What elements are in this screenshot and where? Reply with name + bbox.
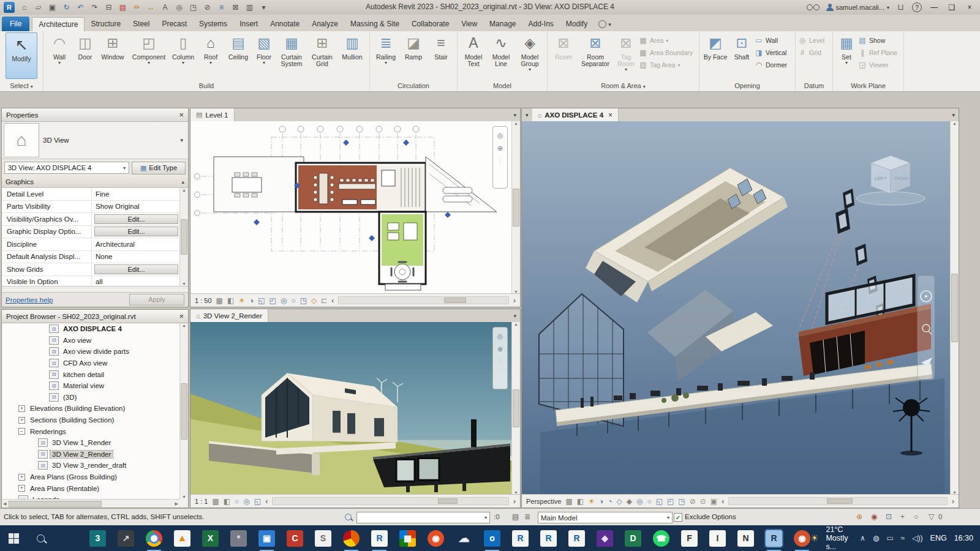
detail-level-icon[interactable]: ▩ xyxy=(565,498,572,505)
tab-analyze[interactable]: Analyze xyxy=(306,17,344,31)
microphone-icon[interactable]: ◍ xyxy=(873,534,879,542)
temporary-view-properties-icon[interactable]: ◳ xyxy=(300,297,307,304)
view-tab-render[interactable]: ⌂ 3D View 2_Render xyxy=(190,309,268,322)
restore-button[interactable]: ❑ xyxy=(946,3,957,12)
scrollbar-thumb[interactable] xyxy=(438,498,458,504)
chrome-icon[interactable] xyxy=(146,530,162,547)
filter-icon[interactable]: ▽ xyxy=(929,512,934,521)
navigation-bar[interactable]: ◎ ⊕ ⋮ xyxy=(492,126,508,189)
design-option-dropdown[interactable]: Main Model ▾ xyxy=(538,512,673,523)
vlc-icon[interactable]: ▲ xyxy=(174,530,190,547)
temporary-view-properties-icon[interactable]: ◳ xyxy=(678,498,685,505)
wifi-icon[interactable]: ≈ xyxy=(901,534,905,542)
crop-view-icon[interactable]: ◱ xyxy=(254,498,261,505)
taskbar-app-orange-circle[interactable]: ◉ xyxy=(428,530,444,547)
edit-button[interactable]: Edit... xyxy=(94,264,178,274)
temporary-hide-isolate-icon[interactable]: ◎ xyxy=(243,498,249,505)
viewer-button[interactable]: ◲Viewer xyxy=(858,59,901,71)
browser-group-elevations[interactable]: +Elevations (Building Elevation) xyxy=(2,403,179,414)
search-icon[interactable] xyxy=(807,4,820,10)
ceiling-button[interactable]: ▤Ceiling xyxy=(225,32,252,61)
save-icon[interactable]: ▣ xyxy=(48,3,57,12)
render-vertical-scrollbar[interactable]: ▲ ▼ xyxy=(511,322,520,495)
select-links-icon[interactable]: ⊕ xyxy=(856,512,862,521)
panel-display-toggle[interactable]: ▾ xyxy=(594,17,616,31)
mullion-button[interactable]: ▥Mullion xyxy=(337,32,367,61)
highlight-sets-icon[interactable]: ▣ xyxy=(710,498,717,505)
displace-elements-icon[interactable]: ◇ xyxy=(616,498,622,505)
modify-button[interactable]: ↖ Modify xyxy=(6,32,37,79)
collapse-bar-icon[interactable]: ‹ xyxy=(331,296,334,305)
tag-icon[interactable]: ◎ xyxy=(175,3,184,12)
view-menu-icon[interactable]: ▾ xyxy=(513,313,520,319)
model-line-button[interactable]: ∿Model Line xyxy=(488,32,514,67)
scrollbar-thumb[interactable] xyxy=(181,383,187,440)
analytical-model-icon[interactable]: ⊙ xyxy=(700,498,706,505)
scroll-up-icon[interactable]: ▲ xyxy=(952,121,957,126)
scale-button[interactable]: 1 : 50 xyxy=(195,297,212,304)
scroll-right-icon[interactable]: › xyxy=(513,497,516,506)
taskbar-app-d[interactable]: D xyxy=(625,530,641,547)
group-label-opening[interactable]: Opening xyxy=(699,81,795,91)
tab-file[interactable]: File xyxy=(2,17,29,31)
scroll-down-icon[interactable]: ▼ xyxy=(182,495,186,499)
viewcube-left-label[interactable]: LEFT xyxy=(875,176,887,181)
tag-room-button[interactable]: ⊠Tag Room▾ xyxy=(614,32,638,72)
print-icon[interactable]: ⊟ xyxy=(104,3,113,12)
taskbar-app-arrow[interactable]: ↗ xyxy=(118,530,134,547)
scrollbar-thumb[interactable] xyxy=(951,274,958,342)
scroll-up-icon[interactable]: ▲ xyxy=(182,188,186,192)
scrollbar-thumb[interactable] xyxy=(181,219,187,255)
graphics-section-header[interactable]: Graphics ▴ xyxy=(2,176,188,188)
close-properties-icon[interactable]: × xyxy=(179,110,184,119)
property-value[interactable]: Fine xyxy=(92,190,109,198)
curtain-grid-button[interactable]: ⊞Curtain Grid xyxy=(307,32,337,67)
default-3d-view-icon[interactable]: ◳ xyxy=(189,3,198,12)
plan-hscrollbar[interactable] xyxy=(338,296,509,304)
tab-massing-site[interactable]: Massing & Site xyxy=(344,17,405,31)
detail-level-icon[interactable]: ▩ xyxy=(212,498,219,505)
revit-4-icon[interactable]: R xyxy=(568,530,585,547)
show-work-plane-button[interactable]: ▤Show xyxy=(858,34,901,47)
browser-item-3d-view-2-render[interactable]: ⊡3D View 2_Render xyxy=(2,449,179,460)
shadows-icon[interactable]: ◑ xyxy=(599,498,603,505)
weather-icon[interactable]: ☀ xyxy=(810,533,818,544)
group-label-model[interactable]: Model xyxy=(458,81,547,91)
taskbar-search-button[interactable] xyxy=(27,525,54,551)
property-value[interactable]: all xyxy=(92,278,103,285)
sketchy-lines-icon[interactable]: ◔ xyxy=(608,498,612,505)
thin-lines-icon[interactable]: ≡ xyxy=(217,3,226,12)
sun-path-icon[interactable]: ☀ xyxy=(238,297,245,304)
redo-icon[interactable]: ↷ xyxy=(90,3,99,12)
browser-item-axo-view[interactable]: ⊡Axo view xyxy=(2,335,179,347)
browser-item-axo-displace-4[interactable]: ⊡AXO DISPLACE 4 xyxy=(2,323,179,335)
view-menu-icon[interactable]: ▾ xyxy=(952,112,959,118)
scale-button[interactable]: 1 : 1 xyxy=(195,498,208,505)
collapse-bar-icon[interactable]: ‹ xyxy=(265,497,268,506)
taskbar-app-grey[interactable]: * xyxy=(230,530,247,547)
render-image[interactable] xyxy=(190,322,520,495)
browser-item-cfd-axo-view[interactable]: ⊡CFD Axo view xyxy=(2,358,179,369)
select-pinned-icon[interactable]: ⊡ xyxy=(886,512,892,521)
text-icon[interactable]: A xyxy=(160,3,170,12)
tray-chevron-icon[interactable]: ∧ xyxy=(860,534,865,542)
revit-logo-icon[interactable]: R xyxy=(4,2,15,13)
ramp-button[interactable]: ◪Ramp xyxy=(400,32,427,61)
properties-scrollbar[interactable]: ▲ ▼ xyxy=(179,188,188,286)
edit-type-button[interactable]: ▦ Edit Type xyxy=(132,162,186,174)
close-button[interactable]: × xyxy=(964,3,975,12)
browser-item-axo-view-divide-parts[interactable]: ⊡Axo view divide parts xyxy=(2,346,179,358)
curtain-system-button[interactable]: ▦Curtain System xyxy=(276,32,307,67)
sun-path-icon[interactable]: ☀ xyxy=(588,498,595,505)
instance-selector[interactable]: 3D View: AXO DISPLACE 4 ▾ xyxy=(4,162,129,174)
floor-plan-drawing[interactable] xyxy=(190,121,520,294)
group-label-room-area[interactable]: Room & Area ▾ xyxy=(548,81,699,91)
door-button[interactable]: ◫Door xyxy=(74,32,97,61)
taskbar-app-s[interactable]: S xyxy=(315,530,331,547)
tab-manage[interactable]: Manage xyxy=(483,17,522,31)
sync-icon[interactable]: ↻ xyxy=(62,3,71,12)
detail-level-icon[interactable]: ▩ xyxy=(216,297,223,304)
model-group-button[interactable]: ◈Model Group▾ xyxy=(515,32,545,72)
navbar-more-icon[interactable]: ⋮ xyxy=(498,157,503,163)
customize-qat-icon[interactable]: ▾ xyxy=(259,3,268,12)
